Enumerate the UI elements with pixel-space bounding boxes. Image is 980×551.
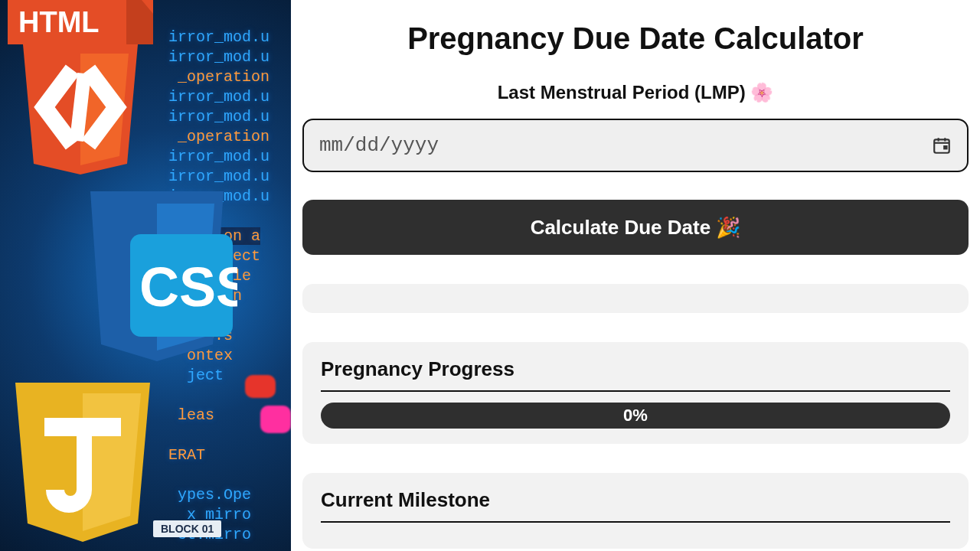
calculate-button-label: Calculate Due Date 🎉 bbox=[531, 216, 741, 240]
progress-heading: Pregnancy Progress bbox=[321, 357, 950, 381]
decorative-sidebar: irror_mod.u irror_mod.u _operation irror… bbox=[0, 0, 291, 551]
html-logo-icon: HTML bbox=[8, 0, 153, 174]
progress-bar: 0% bbox=[321, 403, 950, 429]
progress-percent: 0% bbox=[623, 406, 648, 425]
date-placeholder-text: mm/dd/yyyy bbox=[319, 134, 439, 157]
block-chip: BLOCK 01 bbox=[153, 520, 221, 537]
divider bbox=[321, 521, 950, 523]
page-title: Pregnancy Due Date Calculator bbox=[302, 21, 969, 56]
svg-rect-16 bbox=[943, 145, 947, 149]
milestone-heading: Current Milestone bbox=[321, 488, 950, 512]
lmp-label: Last Menstrual Period (LMP) 🌸 bbox=[302, 82, 969, 103]
divider bbox=[321, 390, 950, 392]
result-card-placeholder bbox=[302, 284, 969, 313]
lmp-date-input[interactable]: mm/dd/yyyy bbox=[302, 119, 969, 172]
css-logo-icon: CSS bbox=[77, 191, 237, 369]
decorative-splotch bbox=[245, 375, 276, 398]
milestone-card: Current Milestone bbox=[302, 473, 969, 549]
js-logo-icon bbox=[6, 383, 159, 543]
progress-card: Pregnancy Progress 0% bbox=[302, 342, 969, 444]
svg-line-5 bbox=[77, 73, 84, 141]
svg-text:CSS: CSS bbox=[139, 256, 237, 318]
calculate-button[interactable]: Calculate Due Date 🎉 bbox=[302, 200, 969, 255]
calendar-icon[interactable] bbox=[932, 135, 952, 155]
decorative-splotch bbox=[260, 406, 291, 433]
main-panel: Pregnancy Due Date Calculator Last Menst… bbox=[291, 0, 980, 551]
svg-text:HTML: HTML bbox=[18, 6, 100, 38]
